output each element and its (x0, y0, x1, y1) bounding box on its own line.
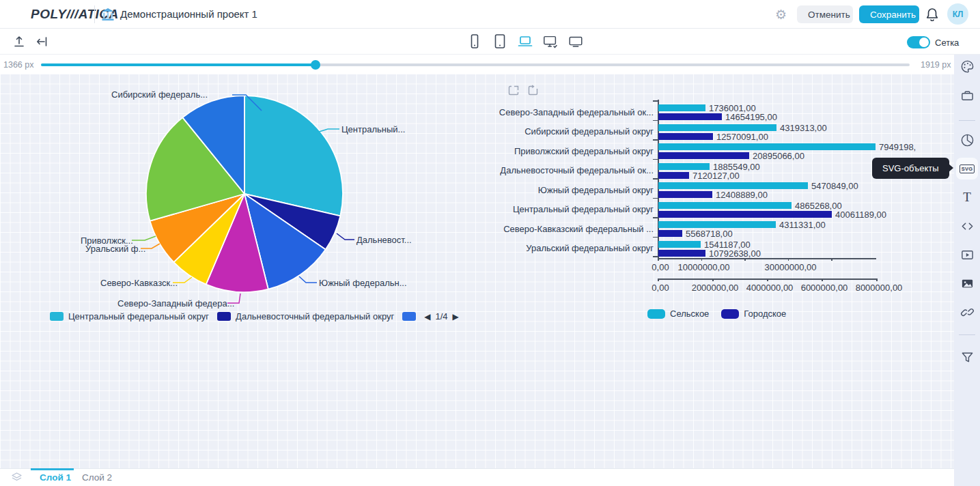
bar-segment[interactable] (658, 221, 776, 228)
pie-legend-pager: ◀1/4▶ (424, 311, 459, 321)
design-canvas: 1366 px 1919 px Центральный...Дальневост… (0, 55, 954, 468)
tv-icon[interactable] (568, 33, 584, 51)
bar-segment[interactable] (658, 202, 792, 209)
legend-swatch (402, 312, 416, 321)
layer-tab-1[interactable]: Слой 1 (40, 472, 71, 483)
category-tick (653, 217, 658, 218)
legend-item[interactable]: Сельское (647, 309, 709, 319)
bar-segment[interactable] (658, 211, 832, 218)
axis-tick (658, 278, 659, 281)
laptop-icon[interactable] (517, 33, 533, 51)
bar-value-label: 12570091,00 (716, 132, 768, 142)
gear-icon[interactable]: ⚙ (775, 8, 788, 21)
text-icon[interactable]: T (960, 190, 975, 205)
legend-label: Городское (744, 309, 786, 319)
axis-tick-label: 10000000,00 (678, 262, 730, 272)
avatar[interactable]: КЛ (947, 3, 968, 25)
legend-prev-icon[interactable]: ◀ (424, 312, 430, 321)
device-switcher (466, 33, 584, 51)
bar-segment[interactable] (658, 230, 682, 237)
rotate-icon[interactable] (527, 85, 539, 96)
svg-glyph: SVG (960, 165, 975, 173)
desktop-check-icon[interactable] (542, 33, 559, 51)
bar-segment[interactable] (658, 241, 701, 248)
collapse-left-icon[interactable] (36, 35, 49, 48)
category-tick (653, 159, 658, 160)
legend-item[interactable]: Городское (721, 309, 786, 319)
image-icon[interactable] (960, 276, 975, 291)
legend-swatch (50, 312, 64, 321)
bar-value-label: 5568718,00 (686, 229, 733, 239)
layer-tab-2[interactable]: Слой 2 (82, 472, 112, 483)
cancel-button[interactable]: Отменить (797, 5, 853, 23)
bell-icon[interactable] (926, 8, 938, 21)
layer-bar: Слой 1 Слой 2 (0, 468, 954, 486)
palette-icon[interactable] (960, 59, 975, 74)
save-button[interactable]: Сохранить (859, 5, 919, 23)
grid-toggle[interactable] (907, 36, 930, 48)
bar-segment[interactable] (658, 104, 705, 111)
smartphone-icon[interactable] (466, 33, 483, 51)
bar-category-label: Сибирский федеральный округ (495, 126, 654, 137)
filter-icon[interactable] (960, 349, 975, 364)
bar-category-label: Центральный федеральный округ (495, 204, 654, 214)
bar-category-label: Северо-Кавказский федеральный ... (495, 224, 654, 234)
bar-category-label: Дальневосточный федеральный ок... (495, 165, 654, 175)
bar-category-label: Приволжский федеральный округ (495, 146, 654, 156)
bar-category-label: Уральский федеральный округ (495, 243, 654, 253)
video-icon[interactable] (960, 247, 975, 262)
legend-item[interactable]: Дальневосточный федеральный округ (217, 311, 394, 321)
axis-tick-label: 6000000,00 (801, 283, 848, 293)
bar-segment[interactable] (658, 163, 710, 170)
bar-value-label: 10792638,00 (709, 248, 761, 259)
container-icon[interactable] (960, 88, 975, 103)
app-root: POLY///ATICA Демонстрационный проект 1 ⚙… (0, 0, 980, 486)
legend-page-label: 1/4 (435, 311, 447, 321)
axis-tick-label: 30000000,00 (765, 262, 817, 272)
svg-objects-icon[interactable]: SVG (960, 161, 975, 176)
legend-item[interactable]: Центральный федеральный округ (50, 311, 209, 321)
pie-legend: Центральный федеральный округДальневосто… (50, 311, 459, 321)
bar-segment[interactable] (658, 113, 722, 120)
tablet-icon[interactable] (492, 33, 508, 51)
pie-slice-label: Центральный... (341, 124, 405, 134)
layers-icon[interactable] (11, 472, 23, 483)
tooltip-arrow (949, 164, 953, 172)
legend-next-icon[interactable]: ▶ (453, 312, 459, 321)
axis-tick (767, 278, 768, 281)
bar-segment[interactable] (658, 182, 808, 189)
bar-segment[interactable] (658, 143, 876, 150)
legend-label: Дальневосточный федеральный округ (236, 311, 394, 321)
editor-toolbar: Сетка (0, 29, 980, 55)
legend-label: Сельское (670, 309, 709, 319)
pie-chart-icon[interactable] (960, 132, 975, 147)
tooltip-text: SVG-объекты (882, 163, 939, 173)
header: POLY///ATICA Демонстрационный проект 1 ⚙… (0, 0, 980, 29)
bar-segment[interactable] (658, 133, 713, 140)
category-tick (653, 100, 658, 102)
link-icon[interactable] (960, 304, 975, 319)
bar-segment[interactable] (658, 172, 689, 179)
export-icon[interactable] (12, 35, 26, 48)
bar-segment[interactable] (658, 250, 705, 257)
axis-tick-label: 0,00 (652, 262, 669, 272)
flip-horizontal-icon[interactable] (508, 85, 520, 96)
category-tick (653, 178, 658, 180)
category-tick (653, 120, 658, 121)
active-layer-indicator (31, 468, 74, 470)
project-title[interactable]: Демонстрационный проект 1 (120, 8, 257, 20)
bank-icon (101, 8, 115, 21)
code-icon[interactable] (960, 218, 975, 233)
pie-slice-label: Южный федеральн... (319, 278, 407, 288)
bar-category-label: Южный федеральный округ (495, 185, 654, 195)
bar-segment[interactable] (658, 124, 776, 131)
bar-segment[interactable] (658, 191, 712, 198)
bar-value-label: 4311331,00 (779, 220, 826, 230)
sidebar-divider (959, 120, 975, 121)
legend-item[interactable] (402, 312, 416, 321)
axis-tick-label: 0,00 (652, 283, 669, 293)
bar-value-label: 7120127,00 (692, 171, 740, 181)
bar-value-label: 14654195,00 (725, 112, 777, 122)
axis-tick-label: 4000000,00 (746, 283, 794, 293)
bar-segment[interactable] (658, 152, 749, 159)
